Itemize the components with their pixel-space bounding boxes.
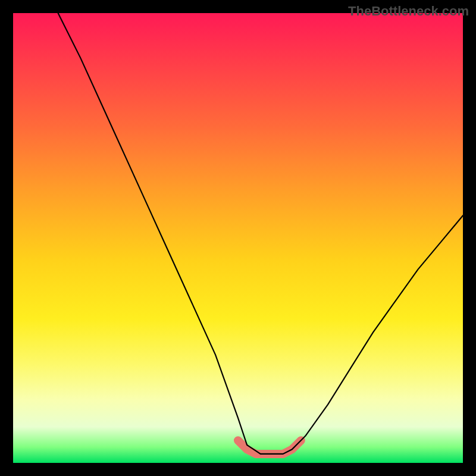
watermark-text: TheBottleneck.com: [348, 4, 469, 19]
optimal-band-path: [238, 440, 301, 454]
bottleneck-curve-path: [58, 13, 463, 454]
plot-area: [13, 13, 463, 463]
chart-svg: [13, 13, 463, 463]
